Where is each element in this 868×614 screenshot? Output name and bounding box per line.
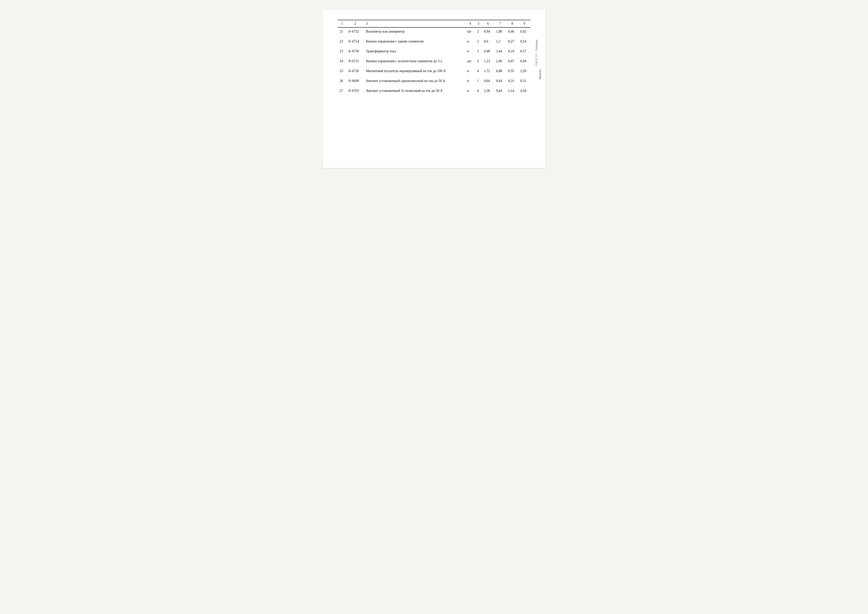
table-row: 248–6715Кнопка управления с количеством … (338, 57, 530, 65)
header-col9: 9 (518, 20, 530, 27)
cell-row-24-col1: 24 (338, 57, 347, 65)
cell-row-21-col6: 0,94 (482, 27, 494, 36)
spacer-row (338, 65, 530, 67)
page-container: 1 2 3 4 5 6 7 8 9 218–6732Вольтметр или … (323, 10, 545, 168)
table-row: 258–6726Магнитный пускатель нереверсивны… (338, 67, 530, 75)
cell-row-24-col7: 2,46 (494, 57, 506, 65)
cell-row-23-col6: 0,48 (482, 47, 494, 55)
cell-row-23-col7: 1,44 (494, 47, 506, 55)
cell-row-22-col8: 0,27 (506, 37, 518, 45)
header-col7: 7 (494, 20, 506, 27)
cell-row-25-col4: н (465, 67, 475, 75)
table-row: 238–6730Трансформатор токан30,481,440,19… (338, 47, 530, 55)
cell-row-24-col8: 0,47 (506, 57, 518, 65)
cell-row-25-col1: 25 (338, 67, 347, 75)
header-col2: 2 (347, 20, 364, 27)
table-body: 218–6732Вольтметр или амперметршт20,941,… (338, 27, 530, 97)
cell-row-23-col3: Трансформатор тока (364, 47, 465, 55)
spacer-row (338, 45, 530, 47)
cell-row-26-col5: 1 (475, 77, 482, 85)
main-table: 1 2 3 4 5 6 7 8 9 218–6732Вольтметр или … (338, 20, 530, 97)
cell-row-22-col3: Кнопка управления с одним элементом (364, 37, 465, 45)
cell-row-21-col7: 1,88 (494, 27, 506, 36)
cell-row-23-col2: 8–6730 (347, 47, 364, 55)
header-col5: 5 (475, 20, 482, 27)
cell-row-25-col3: Магнитный пускатель нереверсивный на ток… (364, 67, 465, 75)
cell-row-26-col1: 26 (338, 77, 347, 85)
cell-row-25-col8: 0,55 (506, 67, 518, 75)
table-row: 268–6699Автомат установочный однополюсны… (338, 77, 530, 85)
cell-row-21-col9: 0,92 (518, 27, 530, 36)
spacer-row (338, 85, 530, 87)
cell-row-27-col2: 8–6703 (347, 87, 364, 95)
cell-row-24-col6: 1,23 (482, 57, 494, 65)
cell-row-27-col7: 9,44 (494, 87, 506, 95)
side-gost-text: ГОСТ 27 / Таблица (535, 39, 538, 66)
cell-row-24-col9: 0,94 (518, 57, 530, 65)
spacer-row (338, 75, 530, 77)
cell-row-24-col5: 2 (475, 57, 482, 65)
cell-row-21-col1: 21 (338, 27, 347, 36)
cell-row-24-col3: Кнопка управления с количеством элементо… (364, 57, 465, 65)
cell-row-22-col6: 0,6 (482, 37, 494, 45)
table-row: 228–6714Кнопка управления с одним элемен… (338, 37, 530, 45)
cell-row-21-col8: 0,46 (506, 27, 518, 36)
cell-row-23-col8: 0,19 (506, 47, 518, 55)
cell-row-26-col3: Автомат установочный однополюсный на ток… (364, 77, 465, 85)
cell-row-25-col9: 2,20 (518, 67, 530, 75)
cell-row-22-col1: 22 (338, 37, 347, 45)
cell-row-26-col9: 0,31 (518, 77, 530, 85)
cell-row-23-col5: 3 (475, 47, 482, 55)
cell-row-27-col1: 27 (338, 87, 347, 95)
cell-row-26-col7: 0,64 (494, 77, 506, 85)
cell-row-26-col2: 8–6699 (347, 77, 364, 85)
table-wrapper: 1 2 3 4 5 6 7 8 9 218–6732Вольтметр или … (338, 20, 530, 97)
header-col8: 8 (506, 20, 518, 27)
cell-row-21-col2: 8–6732 (347, 27, 364, 36)
spacer-row (338, 95, 530, 97)
cell-row-21-col5: 2 (475, 27, 482, 36)
cell-row-23-col1: 23 (338, 47, 347, 55)
header-col6: 6 (482, 20, 494, 27)
header-col4: 4 (465, 20, 475, 27)
cell-row-27-col9: 4,56 (518, 87, 530, 95)
cell-row-21-col4: шт (465, 27, 475, 36)
cell-row-22-col5: 2 (475, 37, 482, 45)
cell-row-27-col4: н (465, 87, 475, 95)
cell-row-22-col9: 0,54 (518, 37, 530, 45)
spacer-row (338, 36, 530, 37)
cell-row-22-col2: 8–6714 (347, 37, 364, 45)
cell-row-22-col4: н (465, 37, 475, 45)
cell-row-27-col3: Автомат установочный 3х полюсный на ток … (364, 87, 465, 95)
spacer-row (338, 55, 530, 57)
header-col1: 1 (338, 20, 347, 27)
cell-row-27-col5: 4 (475, 87, 482, 95)
cell-row-24-col4: шт (465, 57, 475, 65)
cell-row-21-col3: Вольтметр или амперметр (364, 27, 465, 36)
cell-row-26-col6: 0,64 (482, 77, 494, 85)
header-col3: 3 (364, 20, 465, 27)
table-row: 218–6732Вольтметр или амперметршт20,941,… (338, 27, 530, 36)
cell-row-24-col2: 8–6715 (347, 57, 364, 65)
cell-row-25-col2: 8–6726 (347, 67, 364, 75)
cell-row-25-col6: 1,72 (482, 67, 494, 75)
cell-row-23-col4: н (465, 47, 475, 55)
cell-row-27-col6: 2,36 (482, 87, 494, 95)
cell-row-23-col9: 0,57 (518, 47, 530, 55)
cell-row-25-col5: 4 (475, 67, 482, 75)
table-header-row: 1 2 3 4 5 6 7 8 9 (338, 20, 530, 27)
side-sub-text: Продолж. (538, 69, 541, 79)
cell-row-26-col8: 0,31 (506, 77, 518, 85)
table-row: 278–6703Автомат установочный 3х полюсный… (338, 87, 530, 95)
cell-row-27-col8: 1,14 (506, 87, 518, 95)
cell-row-25-col7: 6,88 (494, 67, 506, 75)
cell-row-22-col7: 1,2 (494, 37, 506, 45)
cell-row-26-col4: н (465, 77, 475, 85)
